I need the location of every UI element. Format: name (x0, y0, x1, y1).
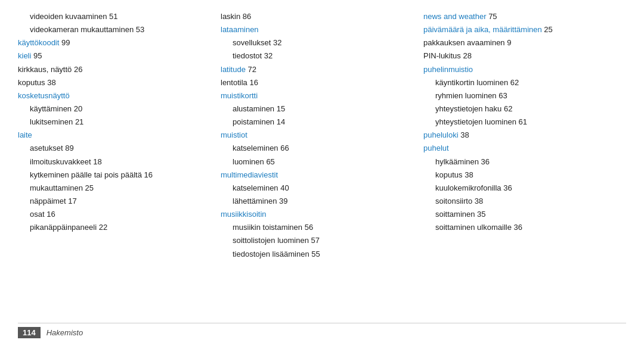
page-number: 36 (479, 157, 490, 166)
link-text[interactable]: latitude (221, 65, 246, 74)
page-number: 9 (505, 38, 512, 47)
list-item: videoiden kuvaaminen 51 (18, 11, 209, 23)
link-text[interactable]: kieli (18, 51, 31, 60)
list-item: käyttäminen 20 (18, 103, 209, 115)
list-item: pikanäppäinpaneeli 22 (18, 222, 209, 233)
page-number: 39 (277, 197, 287, 205)
link-text[interactable]: multimediaviestit (221, 170, 278, 179)
list-item: kuulokemikrofonilla 36 (423, 182, 614, 194)
list-item: koputus 38 (423, 169, 614, 181)
page-number: 26 (72, 65, 82, 74)
link-text[interactable]: puhelut (423, 144, 449, 152)
link-text[interactable]: muistiot (221, 130, 247, 139)
page-number: 51 (107, 12, 117, 21)
page-number: 72 (246, 65, 256, 74)
list-item: kytkeminen päälle tai pois päältä 16 (18, 169, 209, 181)
entry-text: soitonsiirto (435, 197, 472, 205)
list-item: päivämäärä ja aika, määrittäminen 25 (423, 24, 614, 36)
link-text[interactable]: muistikortti (221, 91, 258, 100)
link-text[interactable]: kosketusnäyttö (18, 91, 70, 100)
page-number: 89 (63, 144, 74, 152)
list-item: hylkääminen 36 (423, 156, 614, 168)
link-text[interactable]: puhelinmuistio (423, 65, 473, 74)
list-item: puheluloki 38 (423, 129, 614, 141)
page-number: 38 (463, 170, 473, 179)
list-item: alustaminen 15 (221, 103, 411, 115)
page-number: 18 (91, 157, 102, 166)
list-item: lataaminen (221, 24, 411, 36)
entry-text: musiikin toistaminen (233, 223, 302, 232)
link-text[interactable]: lataaminen (221, 25, 259, 34)
list-item: ryhmien luominen 63 (423, 90, 614, 102)
page-number: 16 (247, 78, 258, 87)
column-3: news and weather 75päivämäärä ja aika, m… (423, 11, 626, 317)
page-number: 53 (134, 25, 144, 34)
entry-text: lähettäminen (233, 197, 277, 205)
entry-text: videokameran mukauttaminen (30, 25, 134, 34)
page-number: 61 (516, 117, 527, 126)
entry-text: soittaminen ulkomaille (435, 223, 512, 232)
page-number: 95 (31, 51, 42, 60)
page-number: 38 (45, 78, 56, 87)
footer-label: Hakemisto (47, 328, 83, 337)
link-text[interactable]: päivämäärä ja aika, määrittäminen (423, 25, 542, 34)
entry-text: lukitseminen (30, 117, 73, 126)
page-number: 63 (497, 91, 507, 100)
entry-text: ryhmien luominen (435, 91, 497, 100)
page-number: 38 (459, 130, 469, 139)
page-number: 38 (472, 197, 483, 205)
entry-text: luominen (233, 157, 264, 166)
list-item: luominen 65 (221, 156, 411, 168)
entry-text: PIN-lukitus (423, 51, 461, 60)
list-item: tiedostojen lisääminen 55 (221, 248, 411, 260)
list-item: katseleminen 66 (221, 142, 411, 154)
link-text[interactable]: käyttökoodit (18, 38, 59, 47)
entry-text: pakkauksen avaaminen (423, 38, 505, 47)
list-item: osat 16 (18, 208, 209, 220)
list-item: käyttökoodit 99 (18, 37, 209, 49)
page-number: 86 (240, 12, 251, 21)
list-item: soittaminen 35 (423, 208, 614, 220)
list-item: yhteystietojen luominen 61 (423, 116, 614, 128)
list-item: musiikin toistaminen 56 (221, 222, 411, 233)
page-number: 21 (73, 117, 83, 126)
list-item: laskin 86 (221, 11, 411, 23)
page-number: 75 (487, 12, 497, 21)
page-number: 25 (83, 183, 94, 192)
entry-text: poistaminen (233, 117, 274, 126)
page-container: videoiden kuvaaminen 51videokameran muka… (0, 0, 644, 349)
entry-text: kuulokemikrofonilla (435, 183, 501, 192)
link-text[interactable]: musiikkisoitin (221, 210, 267, 219)
link-text[interactable]: laite (18, 130, 32, 139)
list-item: soittolistojen luominen 57 (221, 235, 411, 247)
page-number: 55 (309, 250, 320, 258)
list-item: tiedostot 32 (221, 50, 411, 62)
page-number: 22 (97, 223, 107, 232)
link-text[interactable]: news and weather (423, 12, 487, 21)
entry-text: katseleminen (233, 144, 278, 152)
entry-text: soittolistojen luominen (233, 236, 309, 245)
page-number: 32 (271, 38, 281, 47)
list-item: käyntikortin luominen 62 (423, 77, 614, 89)
entry-text: pikanäppäinpaneeli (30, 223, 97, 232)
page-number: 14 (274, 117, 285, 126)
entry-text: videoiden kuvaaminen (30, 12, 107, 21)
list-item: yhteystietojen haku 62 (423, 103, 614, 115)
page-number: 25 (542, 25, 553, 34)
list-item: kosketusnäyttö (18, 90, 209, 102)
page-number: 62 (508, 78, 519, 87)
list-item: PIN-lukitus 28 (423, 50, 614, 62)
list-item: ilmoituskuvakkeet 18 (18, 156, 209, 168)
column-2: laskin 86lataaminensovellukset 32tiedost… (221, 11, 423, 317)
page-number: 28 (461, 51, 472, 60)
columns-wrapper: videoiden kuvaaminen 51videokameran muka… (18, 11, 626, 317)
list-item: muistikortti (221, 90, 411, 102)
page-number: 17 (66, 197, 77, 205)
list-item: lähettäminen 39 (221, 195, 411, 207)
list-item: soitonsiirto 38 (423, 195, 614, 207)
list-item: pakkauksen avaaminen 9 (423, 37, 614, 49)
entry-text: tiedostot (233, 51, 262, 60)
link-text[interactable]: puheluloki (423, 130, 459, 139)
list-item: katseleminen 40 (221, 182, 411, 194)
entry-text: yhteystietojen haku (435, 104, 501, 113)
